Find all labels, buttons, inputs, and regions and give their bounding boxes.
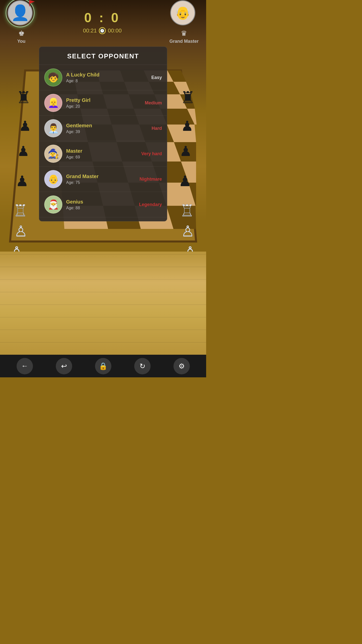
difficulty-badge-pretty-girl: Medium xyxy=(139,100,162,106)
opponent-age-lucky-child: Age: 8 xyxy=(66,79,135,83)
timer-left: 00:21 xyxy=(83,27,97,34)
svg-text:♟: ♟ xyxy=(178,173,192,189)
opponent-item-lucky-child[interactable]: 🧒 A Lucky Child Age: 8 Easy xyxy=(39,65,167,90)
opponent-name-pretty-girl: Pretty Girl xyxy=(66,97,135,103)
opponent-item-master[interactable]: 🧙 Master Age: 69 Very hard xyxy=(39,141,167,167)
opponent-info: 👴 ♛ Grand Master xyxy=(169,0,199,44)
svg-text:♟: ♟ xyxy=(16,173,29,189)
score-right: 0 xyxy=(111,10,120,25)
opponent-name-master: Master xyxy=(66,148,135,154)
opponent-avatar-master: 🧙 xyxy=(44,145,62,163)
svg-text:♖: ♖ xyxy=(13,202,28,220)
game-header: 👤 ♚ You 0 : 0 00:21 🕐 00:00 👴 ♛ xyxy=(0,0,206,44)
opponent-age-genius: Age: 88 xyxy=(66,206,135,210)
timer-display: 00:21 🕐 00:00 xyxy=(83,27,122,34)
svg-text:♟: ♟ xyxy=(19,118,31,134)
opponent-avatar-genius: 🎅 xyxy=(44,195,62,214)
opponent-name-grand-master: Grand Master xyxy=(66,174,135,179)
refresh-icon: ↻ xyxy=(140,362,145,370)
opponent-item-pretty-girl[interactable]: 👱‍♀️ Pretty Girl Age: 20 Medium xyxy=(39,90,167,116)
player-avatar-container: 👤 xyxy=(8,0,35,28)
opponent-name-lucky-child: A Lucky Child xyxy=(66,72,135,78)
opponent-info-pretty-girl: Pretty Girl Age: 20 xyxy=(66,97,135,109)
score-left: 0 xyxy=(84,10,94,25)
timer-right: 00:00 xyxy=(108,27,122,34)
modal-title: SELECT OPPONENT xyxy=(39,47,167,65)
settings-button[interactable]: ⚙ xyxy=(173,358,190,374)
select-opponent-modal: SELECT OPPONENT 🧒 A Lucky Child Age: 8 E… xyxy=(39,47,167,221)
opponent-info-master: Master Age: 69 xyxy=(66,148,135,159)
opponent-item-genius[interactable]: 🎅 Genius Age: 88 Legendary xyxy=(39,192,167,217)
undo-icon: ↩ xyxy=(61,362,67,370)
opponent-list: 🧒 A Lucky Child Age: 8 Easy 👱‍♀️ Pretty … xyxy=(39,65,167,217)
dark-piece-rook-left: ♜ xyxy=(16,88,31,107)
opponent-name-genius: Genius xyxy=(66,199,135,205)
opponent-avatar: 👴 xyxy=(170,0,195,25)
opponent-age-gentlemen: Age: 39 xyxy=(66,130,135,134)
opponent-avatar-grand-master: 👴 xyxy=(44,170,62,188)
opponent-age-master: Age: 69 xyxy=(66,155,135,159)
svg-text:♜: ♜ xyxy=(180,88,195,107)
opponent-age-grand-master: Age: 75 xyxy=(66,180,135,185)
bottom-toolbar: ← ↩ 🔒 ↻ ⚙ xyxy=(0,355,206,377)
opponent-avatar-pretty-girl: 👱‍♀️ xyxy=(44,94,62,112)
refresh-button[interactable]: ↻ xyxy=(134,358,151,374)
lock-button[interactable]: 🔒 xyxy=(95,358,111,374)
clock-icon: 🕐 xyxy=(99,27,106,34)
difficulty-badge-genius: Legendary xyxy=(139,202,162,207)
lock-icon: 🔒 xyxy=(99,362,108,370)
difficulty-badge-gentlemen: Hard xyxy=(139,126,162,131)
opponent-chess-piece-icon: ♛ xyxy=(181,29,187,37)
score-separator: : xyxy=(99,10,105,25)
floor-area xyxy=(0,252,206,355)
opponent-info-lucky-child: A Lucky Child Age: 8 xyxy=(66,72,135,83)
settings-icon: ⚙ xyxy=(178,362,185,370)
svg-text:♟: ♟ xyxy=(179,143,192,159)
svg-text:♟: ♟ xyxy=(181,118,193,134)
svg-text:♙: ♙ xyxy=(14,223,28,240)
opponent-item-grand-master[interactable]: 👴 Grand Master Age: 75 Nightmare xyxy=(39,167,167,192)
undo-button[interactable]: ↩ xyxy=(56,358,72,374)
opponent-info-gentlemen: Gentlemen Age: 39 xyxy=(66,123,135,134)
opponent-avatar-lucky-child: 🧒 xyxy=(44,68,62,87)
svg-marker-63 xyxy=(29,0,35,2)
difficulty-badge-master: Very hard xyxy=(139,151,162,156)
opponent-avatar-container: 👴 xyxy=(170,0,198,28)
opponent-label: Grand Master xyxy=(169,39,199,44)
back-icon: ← xyxy=(21,362,28,370)
opponent-avatar-gentlemen: 👨‍💼 xyxy=(44,119,62,137)
player-info: 👤 ♚ You xyxy=(8,0,35,44)
score-display: 0 : 0 xyxy=(84,10,120,25)
difficulty-badge-lucky-child: Easy xyxy=(139,75,162,80)
back-button[interactable]: ← xyxy=(17,358,33,374)
opponent-name-gentlemen: Gentlemen xyxy=(66,123,135,129)
opponent-info-grand-master: Grand Master Age: 75 xyxy=(66,174,135,185)
player-flag-icon xyxy=(28,0,35,6)
player-label: You xyxy=(17,39,26,44)
svg-text:♟: ♟ xyxy=(17,143,29,159)
difficulty-badge-grand-master: Nightmare xyxy=(139,177,162,182)
opponent-info-genius: Genius Age: 88 xyxy=(66,199,135,210)
opponent-age-pretty-girl: Age: 20 xyxy=(66,104,135,109)
svg-text:♙: ♙ xyxy=(181,223,195,240)
svg-text:♖: ♖ xyxy=(180,202,194,220)
player-chess-piece-icon: ♚ xyxy=(18,29,25,37)
opponent-item-gentlemen[interactable]: 👨‍💼 Gentlemen Age: 39 Hard xyxy=(39,116,167,141)
score-area: 0 : 0 00:21 🕐 00:00 xyxy=(83,10,122,34)
